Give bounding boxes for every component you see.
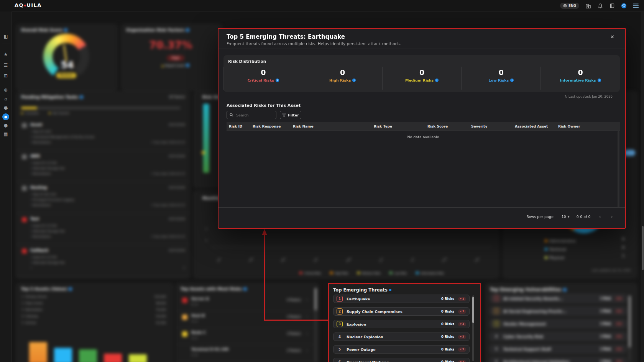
rank-badge: 3 [493, 321, 499, 327]
legend-row: Administrative 6 [503, 236, 637, 245]
asset-risk-count: 2 Risk(s) [287, 349, 301, 352]
shield-icon[interactable]: ⬟ [0, 105, 12, 111]
legend-item: Critical Risk [299, 272, 321, 275]
language-selector[interactable]: ENG [560, 3, 579, 9]
threat-row[interactable]: 5 Power Outage 0 Risks ▾ 5 [333, 345, 470, 354]
info-icon[interactable]: i [186, 28, 189, 32]
page-scrollbar[interactable] [641, 11, 644, 362]
support-target-icon[interactable] [621, 3, 627, 9]
column-header[interactable]: Risk Owner [558, 124, 620, 128]
task-icon [22, 123, 27, 128]
column-header[interactable]: Risk Name [293, 124, 374, 128]
task-card[interactable]: AWS 03/15/2024 • Asset ID 117239 • Alter… [16, 151, 190, 182]
threat-row[interactable]: 6 Operational Mishaps 0 Risks ▾ 1 [333, 358, 470, 362]
info-icon[interactable]: i [69, 287, 72, 291]
info-icon[interactable]: i [64, 28, 67, 32]
user-shield-icon[interactable]: ⬟ [0, 123, 12, 128]
column-header[interactable]: Risk Response [253, 124, 293, 128]
y-tick: 0 [205, 228, 207, 231]
asset-risk-row[interactable]: Node C 3 | 1 3 Risk(s) › [176, 328, 314, 345]
info-icon[interactable] [389, 289, 391, 291]
threat-row[interactable]: 4 Nuclear Explosion 0 Risks ▾ 2 [333, 333, 470, 341]
active-nav-location-icon[interactable]: ● [2, 113, 9, 120]
vulnerability-row[interactable]: 1 AI-related Security Downfa... 1 Risk ▾… [490, 294, 626, 303]
menu-icon[interactable] [633, 3, 639, 9]
task-card[interactable]: Hosting 03/15/2024 • Task ID 28-1129 • P… [16, 182, 190, 213]
vulnerability-row[interactable]: 5 Technical Support Staff 1 Risk ▾ 1 [490, 345, 626, 353]
column-header[interactable]: Severity [471, 124, 515, 128]
threat-row[interactable]: 2 Supply Chain Compromises 0 Risks ▾ 1 [333, 307, 470, 316]
empty-state: No data available [227, 135, 620, 139]
vulnerability-row[interactable]: 2 AI Social Engineering Practic... 1 Ris… [490, 307, 626, 315]
menu-list-icon[interactable]: ☰ [0, 62, 12, 68]
info-icon[interactable]: i [186, 64, 189, 67]
category-legend: Administrative 6 Technical 6 Physical 1 [503, 236, 637, 262]
search-box[interactable] [227, 111, 276, 119]
prev-page-button[interactable]: ‹ [598, 214, 603, 219]
table-scrollbar[interactable] [618, 131, 619, 208]
threat-row[interactable]: 3 Explosion 0 Risks ▾ 3 [333, 320, 470, 328]
column-header[interactable]: Risk Score [427, 124, 471, 128]
task-card[interactable]: Asset 03/15/2024 • Task ID 1025 • Centra… [16, 119, 190, 151]
task-list: Asset 03/15/2024 • Task ID 1025 • Centra… [16, 119, 190, 276]
compass-icon[interactable]: ⊚ [0, 87, 12, 93]
info-icon[interactable]: i [510, 79, 514, 82]
asset-risk-row[interactable]: Host B 3 | 2 3 Risk(s) › [176, 311, 314, 328]
info-icon[interactable]: i [352, 79, 356, 82]
risk-table-header: Risk IDRisk ResponseRisk NameRisk TypeRi… [227, 122, 620, 131]
panel-scrollbar[interactable] [315, 287, 317, 362]
starred-icon[interactable]: ★ [0, 52, 12, 57]
panel-scrollbar[interactable] [472, 295, 474, 361]
sidebar-divider [2, 44, 10, 44]
task-card[interactable]: Test 03/15/2024 • Asset ID 117239 • Alte… [16, 213, 190, 245]
next-page-button[interactable]: › [610, 214, 614, 219]
chevron-right-icon[interactable]: › [306, 331, 308, 336]
info-icon[interactable]: i [563, 288, 567, 292]
task-date: 03/15/2024 [169, 154, 185, 158]
chevron-right-icon[interactable]: › [306, 297, 308, 302]
task-due-date: ⏱ Due date 2024-03-15 [151, 235, 185, 239]
rank-badge: 6 [337, 359, 343, 362]
column-header[interactable]: Risk ID [229, 124, 253, 128]
column-header[interactable]: Associated Asset [515, 124, 558, 128]
task-progress-complete [21, 107, 37, 109]
column-header[interactable]: Risk Type [374, 124, 427, 128]
vulnerability-row[interactable]: 6 Architectural Internal Validation 1 Ri… [490, 357, 626, 362]
asset-row: 5 Archive 41,000 [22, 321, 168, 328]
risk-count: 1 Risk [600, 296, 611, 300]
app-logo[interactable]: AQUILA [15, 2, 42, 8]
asset-risk-row[interactable]: Terminal D 01-100 2 | 0 2 Risk(s) › [176, 345, 314, 362]
threat-name: Earthquake [347, 297, 441, 301]
info-icon[interactable]: i [598, 79, 601, 82]
info-icon[interactable]: i [243, 287, 247, 291]
panel-scrollbar[interactable] [629, 295, 631, 362]
chevron-right-icon[interactable]: › [306, 348, 308, 353]
search-input[interactable] [235, 113, 271, 118]
notifications-bell-icon[interactable] [597, 3, 603, 9]
docs-icon[interactable] [609, 3, 615, 9]
stage-bar [203, 104, 209, 173]
vulnerability-row[interactable]: 3 Vendor Management 1 Risk ▾ 1 [490, 319, 626, 328]
institution-icon[interactable]: ⌂ [0, 96, 12, 102]
top-vulnerabilities-panel: Top Emerging Vulnerabilitiesi 1 AI-relat… [486, 283, 637, 362]
vulnerability-row[interactable]: 4 Cyber Security Risk 1 Risk ▾ 1 [490, 332, 626, 341]
trend-badge: ▾ 3 [458, 322, 466, 326]
rows-per-page-select[interactable]: 10▼ [562, 215, 570, 219]
panel-toggle-icon[interactable]: ◧ [0, 34, 12, 39]
organization-icon[interactable] [585, 3, 591, 9]
info-icon[interactable]: i [435, 79, 439, 82]
chevron-right-icon[interactable]: › [306, 314, 308, 319]
threat-row[interactable]: 1 Earthquake 0 Risks ▾ 1 [333, 295, 470, 303]
info-icon[interactable]: i [80, 95, 83, 99]
asset-bar [104, 354, 122, 362]
filter-button[interactable]: Filter [280, 111, 301, 119]
close-icon[interactable]: ✕ [610, 34, 614, 40]
task-card[interactable]: Callback 03/15/2024 • Asset ID 117239 • … [16, 245, 190, 276]
dashboard-grid-icon[interactable]: ⊞ [0, 73, 12, 79]
gauge-value: 54 [61, 60, 74, 70]
asset-risk-row[interactable]: Server A 6 | 4 4 Risk(s) › [176, 294, 314, 311]
search-icon [230, 113, 233, 117]
info-icon[interactable]: i [276, 79, 279, 82]
database-icon[interactable]: ▤ [0, 131, 12, 137]
asset-risk-count: 4 Risk(s) [287, 298, 301, 302]
